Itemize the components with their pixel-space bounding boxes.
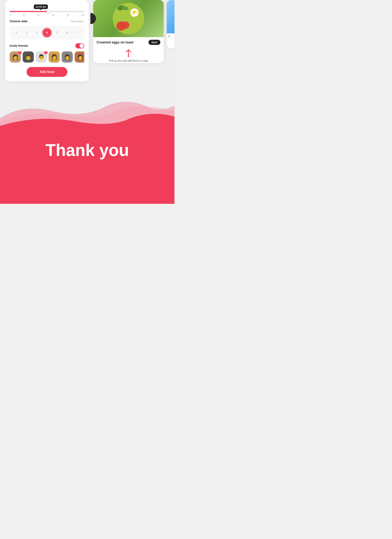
label-8: 8 [23,14,24,16]
date-2[interactable]: 2 [22,28,31,37]
label-12: 12 [37,14,39,16]
slider-labels: 4 8 12 16 20 24 [10,14,84,16]
slider-thumb[interactable] [47,10,50,13]
up-arrow-icon [126,49,131,58]
this-week-link[interactable]: This week [71,19,84,23]
person-2-icon: 👨 [23,51,34,63]
avatar-3-check: ✓ [44,51,48,54]
time-tooltip: 12:15 am [34,5,48,9]
thank-you-section: Thank you [0,130,174,204]
avatar-6-wrap[interactable]: 👩 [75,51,84,63]
avatar-2-wrap[interactable]: 👨 [23,51,34,63]
avatar-2: 👨 [23,51,34,63]
date-6[interactable]: 6 [63,28,72,37]
avatar-1-check: ✓ [18,51,22,54]
label-24: 24 [82,14,84,16]
avatar-5: 👩 [62,51,73,63]
date-7[interactable]: 7 [73,28,82,37]
avatar-5-wrap[interactable]: 👩 [62,51,73,63]
choose-date-row: Choose date This week [10,19,84,23]
schedule-card: 12:15 am 4 8 12 16 20 24 Choose date Thi… [5,0,89,81]
svg-rect-0 [128,56,129,57]
invite-toggle[interactable] [75,43,84,48]
avatar-3-wrap[interactable]: 👨 ✓ [36,51,47,63]
slider-fill [10,11,48,12]
avatar-1-wrap[interactable]: 👩 ✓ [10,51,21,63]
label-4: 4 [10,14,11,16]
choose-date-label: Choose date [10,20,28,23]
person-6-icon: 👩 [75,51,84,63]
avatar-4-wrap[interactable]: 👩 [49,51,60,63]
wave-container [0,92,174,130]
food-image [93,0,164,37]
slider-track[interactable] [10,11,84,12]
avatar-4: 👩 [49,51,60,63]
date-picker: 1 2 3 4 5 6 7 [10,26,84,39]
thank-you-heading: Thank you [4,141,171,160]
avatar-6: 👩 [75,51,84,63]
label-20: 20 [67,14,69,16]
date-3[interactable]: 3 [33,28,41,37]
invite-friends-row: Invite friends [10,43,84,48]
food-name: Creamed eggs on toast [97,40,133,44]
food-card-area: Creamed eggs on toast Sour Pull up the c… [93,0,174,81]
toggle-dot [80,44,84,48]
date-5[interactable]: 5 [53,28,61,37]
date-1[interactable]: 1 [12,28,21,37]
person-5-icon: 👩 [62,51,73,63]
hint-area: Pull up the card add food to a bag [93,48,164,63]
person-4-icon: 👩 [49,51,60,63]
label-16: 16 [52,14,54,16]
add-food-button[interactable]: Add food [27,67,67,77]
food-card: Creamed eggs on toast Sour Pull up the c… [93,0,164,63]
partial-card: Cr [167,0,174,48]
food-info-row: Creamed eggs on toast Sour [93,37,164,48]
date-4-active[interactable]: 4 [43,28,51,37]
sour-badge: Sour [149,40,160,45]
hint-text: Pull up the card add food to a bag [109,59,148,62]
time-slider[interactable]: 4 8 12 16 20 24 [10,11,84,16]
invite-label: Invite friends [10,44,28,48]
plate-circle [113,3,144,34]
wave-svg [0,92,174,130]
avatars-row: 👩 ✓ 👨 👨 ✓ 👩 [10,51,84,63]
